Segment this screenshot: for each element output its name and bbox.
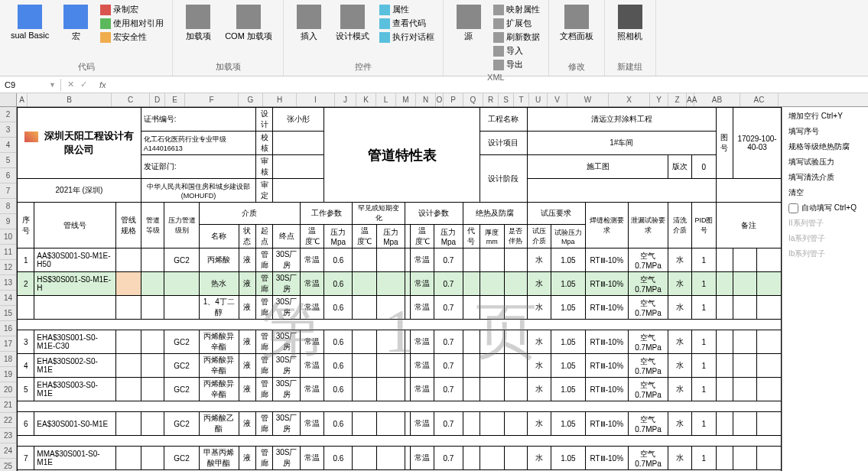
table-cell[interactable]: 液 bbox=[239, 330, 255, 354]
ribbon-button-small[interactable]: 属性 bbox=[377, 3, 437, 16]
table-cell[interactable] bbox=[376, 447, 405, 470]
table-cell[interactable]: 丙烯酸异辛酯 bbox=[199, 378, 239, 401]
side-menu-item[interactable]: 清空 bbox=[784, 185, 864, 200]
table-cell[interactable] bbox=[353, 248, 376, 272]
table-cell[interactable] bbox=[504, 272, 528, 296]
table-cell[interactable] bbox=[141, 378, 164, 401]
column-header[interactable]: AA bbox=[687, 93, 694, 106]
column-header[interactable]: I bbox=[297, 93, 335, 106]
ribbon-button-small[interactable]: 执行对话框 bbox=[377, 31, 437, 44]
table-cell[interactable] bbox=[480, 378, 504, 401]
table-row[interactable]: 6EA$30S001-S0-M1EGC2丙烯酸乙酯液管廊30S厂房常温0.6常温… bbox=[18, 412, 782, 436]
table-cell[interactable] bbox=[480, 354, 504, 378]
table-cell[interactable]: 管廊 bbox=[255, 412, 272, 436]
row-header[interactable]: 12 bbox=[0, 260, 16, 275]
table-cell[interactable] bbox=[733, 447, 757, 470]
table-cell[interactable] bbox=[733, 330, 757, 354]
table-cell[interactable] bbox=[353, 354, 376, 378]
row-header[interactable]: 18 bbox=[0, 352, 16, 367]
table-cell[interactable]: 丙烯酸异辛酯 bbox=[199, 354, 239, 378]
table-cell[interactable] bbox=[463, 354, 480, 378]
table-cell[interactable] bbox=[141, 248, 164, 272]
table-cell[interactable]: 液 bbox=[239, 412, 255, 436]
ribbon-button[interactable]: 源 bbox=[450, 3, 488, 44]
table-cell[interactable]: 1 bbox=[692, 447, 717, 470]
table-row[interactable]: 4EHA$30S002-S0-M1EGC2丙烯酸异辛酯液管廊30S厂房常温0.6… bbox=[18, 354, 782, 378]
table-cell[interactable]: 液 bbox=[239, 248, 255, 272]
table-cell[interactable]: EHA$30S003-S0-M1E bbox=[34, 378, 115, 401]
table-cell[interactable]: 30S厂房 bbox=[273, 447, 301, 470]
column-header[interactable]: W bbox=[567, 93, 609, 106]
ribbon-button[interactable]: 加载项 bbox=[179, 3, 217, 44]
table-cell[interactable] bbox=[405, 296, 410, 320]
table-cell[interactable] bbox=[376, 272, 405, 296]
checkbox-icon[interactable] bbox=[788, 203, 798, 213]
table-cell[interactable]: GC2 bbox=[164, 378, 200, 401]
table-cell[interactable]: 0.7 bbox=[434, 378, 463, 401]
table-cell[interactable]: 管廊 bbox=[255, 248, 272, 272]
table-cell[interactable]: 30S厂房 bbox=[273, 378, 301, 401]
table-cell[interactable]: RTⅢ-10% bbox=[585, 354, 628, 378]
table-cell[interactable] bbox=[141, 330, 164, 354]
table-cell[interactable] bbox=[115, 272, 141, 296]
table-cell[interactable]: 水 bbox=[528, 272, 551, 296]
side-menu-item[interactable]: 填写序号 bbox=[784, 124, 864, 139]
ribbon-button-small[interactable]: 使用相对引用 bbox=[98, 17, 166, 30]
table-cell[interactable]: 常温 bbox=[410, 447, 434, 470]
column-header[interactable]: B bbox=[28, 93, 112, 106]
table-cell[interactable] bbox=[733, 248, 757, 272]
table-cell[interactable] bbox=[463, 296, 480, 320]
table-cell[interactable]: 水 bbox=[668, 330, 692, 354]
table-row[interactable]: 1AA$30S001-S0-M1E-H50GC2丙烯酸液管廊30S厂房常温0.6… bbox=[18, 248, 782, 272]
table-cell[interactable]: 常温 bbox=[410, 272, 434, 296]
table-cell[interactable]: 常温 bbox=[300, 296, 323, 320]
row-header[interactable]: 24 bbox=[0, 443, 16, 459]
table-row[interactable]: 7MMA$30S001-S0-M1EGC2甲基丙烯酸甲酯液管廊30S厂房常温0.… bbox=[18, 447, 782, 470]
auto-fill-checkbox[interactable]: 自动填写 Ctrl+Q bbox=[784, 200, 864, 216]
table-cell[interactable] bbox=[405, 447, 410, 470]
table-row[interactable]: 2HS$30S001-S0-M1E-H热水液管廊30S厂房常温0.6常温0.7水… bbox=[18, 272, 782, 296]
table-cell[interactable]: GC2 bbox=[164, 248, 200, 272]
table-cell[interactable] bbox=[353, 378, 376, 401]
table-cell[interactable] bbox=[405, 378, 410, 401]
column-header[interactable]: Q bbox=[463, 93, 483, 106]
table-cell[interactable]: 水 bbox=[668, 248, 692, 272]
dropdown-icon[interactable]: ▼ bbox=[49, 81, 56, 89]
column-header[interactable]: N bbox=[416, 93, 436, 106]
row-header[interactable]: 6 bbox=[0, 168, 16, 184]
table-cell[interactable]: 1.05 bbox=[551, 447, 586, 470]
table-cell[interactable]: 常温 bbox=[300, 272, 323, 296]
table-cell[interactable] bbox=[716, 354, 733, 378]
table-cell[interactable]: 1 bbox=[692, 248, 717, 272]
column-header[interactable]: E bbox=[165, 93, 185, 106]
table-cell[interactable] bbox=[504, 412, 528, 436]
table-cell[interactable] bbox=[757, 378, 782, 401]
table-cell[interactable]: 常温 bbox=[410, 330, 434, 354]
column-header[interactable]: H bbox=[263, 93, 297, 106]
table-cell[interactable] bbox=[757, 447, 782, 470]
table-cell[interactable]: 液 bbox=[239, 447, 255, 470]
table-cell[interactable]: 1、4丁二醇 bbox=[199, 296, 239, 320]
table-cell[interactable] bbox=[757, 272, 782, 296]
ribbon-button-small[interactable]: 映射属性 bbox=[491, 3, 542, 16]
table-cell[interactable]: 常温 bbox=[300, 378, 323, 401]
table-cell[interactable] bbox=[34, 296, 115, 320]
table-cell[interactable]: 常温 bbox=[300, 412, 323, 436]
table-cell[interactable]: 常温 bbox=[300, 354, 323, 378]
table-cell[interactable]: 4 bbox=[18, 354, 34, 378]
table-cell[interactable] bbox=[757, 412, 782, 436]
table-cell[interactable]: 1.05 bbox=[551, 378, 586, 401]
table-cell[interactable] bbox=[18, 296, 34, 320]
table-cell[interactable] bbox=[405, 248, 410, 272]
table-cell[interactable]: 2 bbox=[18, 272, 34, 296]
table-cell[interactable]: 管廊 bbox=[255, 354, 272, 378]
table-cell[interactable] bbox=[141, 412, 164, 436]
table-cell[interactable] bbox=[405, 354, 410, 378]
table-cell[interactable] bbox=[405, 330, 410, 354]
column-header[interactable]: T bbox=[514, 93, 529, 106]
table-row[interactable]: 1、4丁二醇液管廊30S厂房常温0.6常温0.7水1.05RTⅢ-10%空气0.… bbox=[18, 296, 782, 320]
column-header[interactable]: AC bbox=[740, 93, 779, 106]
table-cell[interactable]: 7 bbox=[18, 447, 34, 470]
column-header[interactable]: K bbox=[356, 93, 376, 106]
table-cell[interactable]: 丙烯酸 bbox=[199, 248, 239, 272]
